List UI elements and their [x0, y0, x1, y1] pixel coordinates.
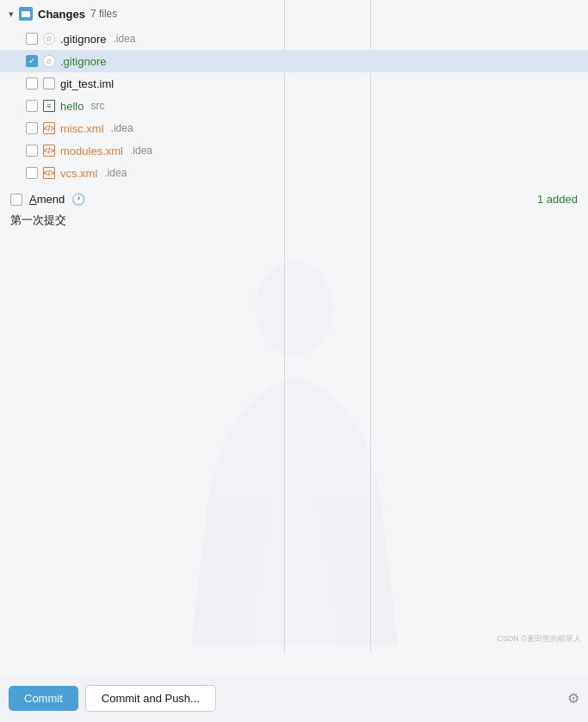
commit-push-button[interactable]: Commit and Push... [85, 685, 216, 712]
filename-7: vcs.xml [60, 167, 97, 180]
list-item[interactable]: </> modules.xml .idea [0, 139, 588, 162]
filename-1: .gitignore [60, 33, 106, 46]
filename-4: hello [60, 100, 84, 113]
commit-button[interactable]: Commit [9, 686, 78, 711]
clock-icon[interactable]: 🕐 [71, 193, 85, 206]
button-bar: Commit Commit and Push... ⚙ [0, 676, 588, 722]
file-status-icon-1: ⊘ [43, 33, 55, 45]
list-item[interactable]: ⊘ .gitignore .idea [0, 28, 588, 50]
filepath-5: .idea [111, 122, 133, 134]
file-checkbox-7[interactable] [26, 167, 38, 179]
file-checkbox-5[interactable] [26, 122, 38, 134]
filename-5: misc.xml [60, 122, 104, 135]
file-status-icon-2: ⊘ [43, 55, 55, 67]
list-item[interactable]: ⊘ .gitignore [0, 50, 588, 72]
file-checkbox-4[interactable] [26, 100, 38, 112]
changes-label: Changes [38, 8, 85, 21]
list-item[interactable]: </> vcs.xml .idea [0, 162, 588, 184]
added-count: 1 added [537, 193, 578, 206]
filepath-6: .idea [130, 145, 152, 157]
file-xml-icon-5: </> [43, 122, 55, 134]
list-item[interactable]: hello src [0, 95, 588, 117]
file-count: 7 files [90, 8, 117, 20]
file-checkbox-3[interactable] [26, 77, 38, 89]
filename-6: modules.xml [60, 145, 123, 157]
filepath-1: .idea [113, 33, 135, 45]
file-txt-icon-4 [43, 100, 55, 112]
file-xml-icon-6: </> [43, 145, 55, 157]
content-area: ▾ Changes 7 files ⊘ .gitignore .idea ⊘ .… [0, 0, 588, 676]
filename-3: git_test.iml [60, 77, 114, 90]
file-checkbox-6[interactable] [26, 145, 38, 157]
amend-row: Amend 🕐 1 added [10, 193, 578, 206]
filepath-7: .idea [104, 167, 127, 179]
file-checkbox-2[interactable] [26, 55, 38, 67]
folder-icon-inner [22, 11, 30, 17]
main-panel: ▾ Changes 7 files ⊘ .gitignore .idea ⊘ .… [0, 0, 588, 722]
list-item[interactable]: git_test.iml [0, 72, 588, 95]
filepath-4: src [90, 100, 104, 112]
list-item[interactable]: </> misc.xml .idea [0, 117, 588, 139]
file-checkbox-1[interactable] [26, 33, 38, 45]
folder-icon [19, 7, 33, 21]
file-xml-icon-7: </> [43, 167, 55, 179]
commit-message-input[interactable] [10, 213, 578, 281]
file-iml-icon-3 [43, 77, 55, 89]
amend-label: Amend [29, 193, 65, 206]
amend-checkbox[interactable] [10, 194, 22, 206]
changes-header: ▾ Changes 7 files [0, 0, 588, 28]
file-list: ⊘ .gitignore .idea ⊘ .gitignore git_test… [0, 28, 588, 184]
filename-2: .gitignore [60, 55, 106, 68]
bottom-area: Amend 🕐 1 added [0, 184, 588, 291]
collapse-chevron-icon[interactable]: ▾ [9, 9, 14, 20]
gear-icon[interactable]: ⚙ [567, 690, 579, 707]
